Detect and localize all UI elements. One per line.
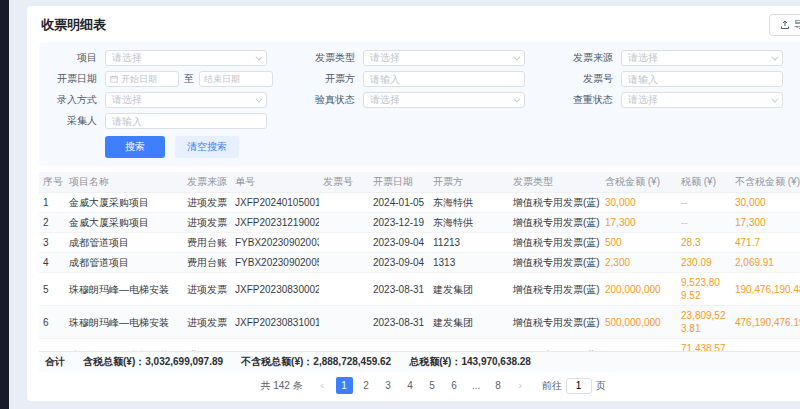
clear-search-button[interactable]: 清空搜索: [175, 136, 239, 158]
filter-field-invoice-source: 发票来源 请选择: [561, 50, 800, 66]
page-button[interactable]: 8: [490, 377, 507, 394]
export-icon: [780, 20, 790, 30]
column-header: 项目名称: [65, 172, 183, 193]
table-row: 2金威大厦采购项目进项发票JXFP202312190022023-12-19东海…: [39, 213, 800, 233]
invoice-source-placeholder: 请选择: [628, 51, 658, 65]
invoice-date-start[interactable]: [105, 71, 179, 87]
table-cell: 费用台账: [183, 233, 231, 253]
filter-field-entry-method: 录入方式 请选择: [45, 92, 303, 108]
table-cell: 2023-08-31: [369, 306, 429, 339]
invoice-table: 序号项目名称发票来源单号发票号开票日期开票方发票类型含税金额 (¥)税额 (¥)…: [39, 172, 800, 351]
filter-grid: 项目 请选择 发票类型 请选择 发票来源: [45, 50, 800, 129]
verify-status-select[interactable]: 请选择: [363, 92, 525, 108]
page-button[interactable]: 3: [380, 377, 397, 394]
filter-field-collector: 采集人: [45, 113, 303, 129]
chevron-down-icon: [771, 95, 778, 102]
page-button[interactable]: 6: [446, 377, 463, 394]
goto-page-input[interactable]: [566, 378, 592, 394]
table-row: 4成都管道项目费用台账FYBX202309020052023-09-041313…: [39, 253, 800, 273]
table-cell: 2: [39, 213, 65, 233]
goto-prefix: 前往: [542, 379, 562, 393]
next-page-button[interactable]: ›: [512, 377, 529, 394]
search-button[interactable]: 搜索: [105, 136, 165, 158]
export-button[interactable]: 导出: [769, 14, 800, 36]
dup-check-status-select[interactable]: 请选择: [621, 92, 783, 108]
page-button[interactable]: 4: [402, 377, 419, 394]
table-cell: 成都管道项目: [65, 253, 183, 273]
chevron-down-icon: [513, 53, 520, 60]
filter-panel: 项目 请选择 发票类型 请选择 发票来源: [39, 42, 800, 166]
table-cell: 增值税专用发票(蓝): [509, 253, 601, 273]
table-cell: --: [677, 193, 731, 213]
table-cell: 珠穆朗玛峰—电梯安装: [65, 306, 183, 339]
table-cell: JXFP20230830001: [231, 339, 319, 352]
page-button[interactable]: 2: [358, 377, 375, 394]
issuer-input[interactable]: [363, 71, 525, 87]
table-cell: 30,000: [601, 193, 677, 213]
issuer-label: 开票方: [303, 72, 355, 86]
invoice-date-label: 开票日期: [45, 72, 97, 86]
goto-suffix: 页: [596, 379, 606, 393]
table-cell: [319, 233, 369, 253]
table-cell: 1,500,000,000: [601, 339, 677, 352]
table-cell: [319, 253, 369, 273]
filter-field-issuer: 开票方: [303, 71, 561, 87]
table-cell: 成都管道项目: [65, 233, 183, 253]
invoice-type-select[interactable]: 请选择: [363, 50, 525, 66]
table-cell: 进项发票: [183, 306, 231, 339]
page-ellipsis[interactable]: ...: [468, 377, 485, 394]
table-cell: [319, 339, 369, 352]
table-cell: 500: [601, 233, 677, 253]
table-cell: 金威大厦采购项目: [65, 193, 183, 213]
end-date-input[interactable]: [204, 74, 268, 84]
table-cell: JXFP20230830002: [231, 273, 319, 306]
export-label: 导出: [794, 18, 800, 32]
invoice-source-select[interactable]: 请选择: [621, 50, 783, 66]
table-cell: 71,438,571.43: [677, 339, 731, 352]
invoice-date-end[interactable]: [199, 71, 273, 87]
totals-tax-incl-label: 含税总额(¥)：: [83, 356, 145, 367]
table-header-row: 序号项目名称发票来源单号发票号开票日期开票方发票类型含税金额 (¥)税额 (¥)…: [39, 172, 800, 193]
page-title: 收票明细表: [41, 16, 106, 34]
table-cell: 东海特供: [429, 213, 509, 233]
totals-tax-excl: 不含税总额(¥)：2,888,728,459.62: [241, 355, 391, 369]
chevron-down-icon: [513, 95, 520, 102]
table-cell: 珠穆朗玛峰—电梯安装: [65, 273, 183, 306]
page-button[interactable]: 5: [424, 377, 441, 394]
table-cell: 东海特供: [429, 193, 509, 213]
table-cell: 增值税专用发票(蓝): [509, 273, 601, 306]
column-header: 发票类型: [509, 172, 601, 193]
verify-status-placeholder: 请选择: [370, 93, 400, 107]
prev-page-button[interactable]: ‹: [314, 377, 331, 394]
totals-tax-incl: 含税总额(¥)：3,032,699,097.89: [83, 355, 223, 369]
table-cell: 17,300: [731, 213, 800, 233]
table-cell: 471.7: [731, 233, 800, 253]
table-wrap: 序号项目名称发票来源单号发票号开票日期开票方发票类型含税金额 (¥)税额 (¥)…: [39, 172, 800, 351]
table-cell: 建发集团: [429, 306, 509, 339]
main-area: 收票明细表 导出 项目 请选择: [9, 0, 800, 409]
table-cell: 2023-08-31: [369, 273, 429, 306]
collector-input[interactable]: [105, 113, 267, 129]
filter-field-verify-status: 验真状态 请选择: [303, 92, 561, 108]
totals-tax-excl-value: 2,888,728,459.62: [313, 356, 391, 367]
table-row: 7珠穆朗玛峰—电梯安装进项发票JXFP202308300012023-08-30…: [39, 339, 800, 352]
column-header: 序号: [39, 172, 65, 193]
totals-tax-label: 总税额(¥)：: [409, 356, 461, 367]
table-cell: 30,000: [731, 193, 800, 213]
collapsed-sidebar[interactable]: [0, 0, 9, 409]
table-cell: 23,809,523.81: [677, 306, 731, 339]
totals-tax: 总税额(¥)：143,970,638.28: [409, 355, 531, 369]
table-cell: 17,300: [601, 213, 677, 233]
invoice-no-input[interactable]: [621, 71, 783, 87]
column-header: 单号: [231, 172, 319, 193]
table-row: 5珠穆朗玛峰—电梯安装进项发票JXFP202308300022023-08-31…: [39, 273, 800, 306]
column-header: 含税金额 (¥): [601, 172, 677, 193]
project-select[interactable]: 请选择: [105, 50, 267, 66]
table-row: 1金威大厦采购项目进项发票JXFP202401050012024-01-05东海…: [39, 193, 800, 213]
table-cell: JXFP20231219002: [231, 213, 319, 233]
page-button[interactable]: 1: [336, 377, 353, 394]
column-header: 不含税金额 (¥): [731, 172, 800, 193]
table-cell: 2023-09-04: [369, 253, 429, 273]
start-date-input[interactable]: [121, 74, 174, 84]
entry-method-select[interactable]: 请选择: [105, 92, 267, 108]
